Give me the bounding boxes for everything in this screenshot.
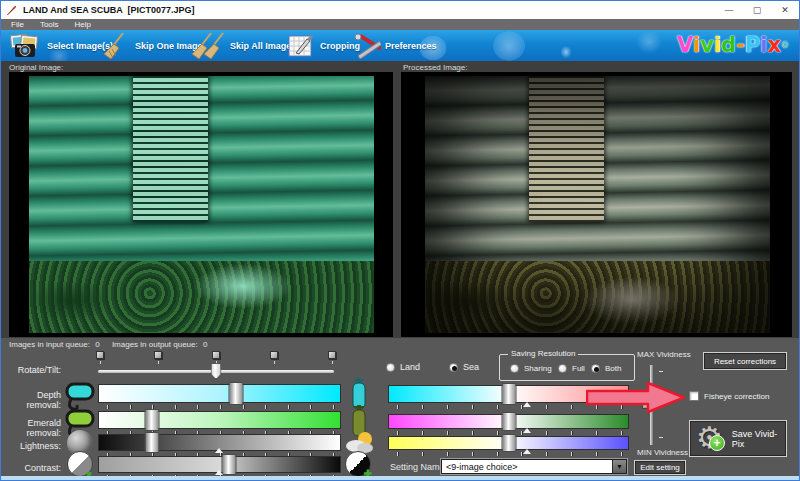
controls-panel: Images in input queue: 0 Images in outpu… [1, 338, 799, 478]
radio-circle [558, 364, 567, 373]
original-photo [29, 76, 374, 333]
select-images-button[interactable]: Select Image(s) [9, 30, 113, 61]
emerald-removal-label: Emerald removal: [1, 418, 61, 438]
yellow-blue-slider[interactable] [388, 436, 629, 450]
app-icon [6, 5, 17, 16]
radio-label: Both [605, 364, 621, 373]
input-queue-label: Images in input queue: [9, 340, 90, 349]
radio-label: Sea [463, 362, 479, 372]
saving-resolution-title: Saving Resolution [508, 349, 578, 358]
cropping-icon [287, 33, 315, 59]
radio-sea[interactable]: Sea [449, 362, 479, 372]
preferences-icon [353, 33, 381, 59]
radio-land[interactable]: Land [386, 362, 420, 372]
radio-label: Full [572, 364, 585, 373]
slider-ticks [388, 452, 631, 456]
toolbar: Select Image(s) Skip One Image Skip All … [1, 30, 799, 61]
vividness-tick [659, 371, 663, 372]
depth-removal-label: Depth removal: [1, 390, 61, 410]
gear-plus-icon: ⚙ + [696, 422, 728, 456]
save-button-label: Save Vivid-Pix [732, 429, 786, 449]
center-marker [523, 402, 531, 407]
radio-circle [449, 363, 458, 372]
chevron-down-icon[interactable]: ▼ [612, 460, 626, 473]
maximize-icon[interactable]: ▢ [743, 1, 771, 19]
cyan-red-thumb[interactable] [501, 383, 516, 405]
contrast-up-icon: ✚ [345, 451, 371, 477]
rotate-tilt-thumb[interactable] [211, 363, 222, 379]
rotate-tick-marker [328, 351, 336, 359]
rotate-tilt-slider[interactable] [98, 370, 334, 373]
cropping-button[interactable]: Cropping [287, 30, 360, 61]
rotate-tick-marker [270, 351, 278, 359]
setting-name-label: Setting Name: [390, 462, 447, 472]
slider-ticks [98, 405, 343, 409]
contrast-thumb[interactable] [222, 454, 237, 475]
menu-tools[interactable]: Tools [40, 20, 59, 29]
queue-status: Images in input queue: 0 Images in outpu… [9, 340, 207, 349]
lightness-label: Lightness: [1, 441, 61, 451]
rotate-tick-marker [212, 351, 220, 359]
minimize-icon[interactable]: — [715, 1, 743, 19]
vivid-pix-logo: Vivid-Pix® [677, 33, 789, 58]
rotate-tick-marker [154, 351, 162, 359]
output-queue-label: Images in output queue: [112, 340, 198, 349]
close-icon[interactable]: ✕ [771, 1, 799, 19]
menu-bar: File Tools Help [1, 19, 799, 30]
radio-full[interactable]: Full [558, 364, 585, 373]
radio-label: Land [400, 362, 420, 372]
fisheye-correction-checkbox[interactable]: Fisheye correction [689, 391, 769, 401]
radio-circle [386, 363, 395, 372]
emerald-removal-thumb[interactable] [145, 409, 160, 431]
contrast-label: Contrast: [1, 463, 61, 473]
center-marker [215, 470, 223, 475]
broom-icon [101, 32, 127, 60]
yellow-blue-thumb[interactable] [501, 434, 516, 452]
save-vivid-pix-button[interactable]: ⚙ + Save Vivid-Pix [689, 420, 787, 457]
original-image-label: Original Image: [9, 63, 63, 72]
magenta-green-thumb[interactable] [501, 412, 516, 431]
radio-circle [510, 364, 519, 373]
skip-all-images-button[interactable]: Skip All Images [191, 30, 296, 61]
title-bar: LAND And SEA SCUBA [PICT0077.JPG] — ▢ ✕ [1, 1, 799, 19]
preferences-button[interactable]: Preferences [353, 30, 437, 61]
setting-name-dropdown[interactable]: <9-image choice> ▼ [441, 459, 627, 474]
contrast-down-icon: ▼ [67, 451, 93, 477]
input-queue-value: 0 [95, 340, 99, 349]
select-images-icon [9, 33, 43, 59]
app-window: LAND And SEA SCUBA [PICT0077.JPG] — ▢ ✕ … [0, 0, 800, 481]
emerald-removal-slider[interactable] [98, 411, 341, 429]
output-queue-value: 0 [203, 340, 207, 349]
checkbox-box [689, 391, 699, 401]
vignette-overlay [425, 76, 770, 333]
processed-photo [425, 76, 770, 333]
window-bottom-border [1, 476, 799, 480]
center-marker [215, 448, 223, 453]
menu-file[interactable]: File [11, 20, 24, 29]
radio-sharing[interactable]: Sharing [510, 364, 552, 373]
saving-resolution-group: Saving Resolution Sharing Full Both [499, 354, 635, 381]
depth-removal-thumb[interactable] [229, 382, 244, 405]
fisheye-label: Fisheye correction [704, 392, 769, 401]
double-broom-icon [191, 32, 225, 60]
reset-corrections-button[interactable]: Reset corrections [703, 352, 787, 370]
sun-cloud-icon [345, 431, 375, 453]
center-marker [523, 428, 531, 433]
rotate-tick-marker [96, 351, 104, 359]
lightness-thumb[interactable] [145, 432, 160, 453]
max-vividness-label: MAX Vividness [637, 350, 691, 359]
staircase-detail [133, 76, 209, 222]
edit-setting-button[interactable]: Edit setting [634, 460, 686, 475]
processed-image-panel [401, 72, 792, 337]
skip-one-image-button[interactable]: Skip One Image [101, 30, 203, 61]
vividness-tick [659, 437, 663, 438]
setting-name-value: <9-image choice> [442, 462, 612, 472]
radio-both[interactable]: Both [591, 364, 621, 373]
original-image-panel [9, 72, 393, 337]
magenta-green-slider[interactable] [388, 414, 629, 429]
menu-help[interactable]: Help [75, 20, 91, 29]
rotate-tilt-label: Rotate/Tilt: [1, 365, 61, 375]
depth-removal-slider[interactable] [98, 384, 341, 403]
center-marker [523, 449, 531, 454]
image-section: Original Image: Processed Image: [1, 61, 799, 338]
